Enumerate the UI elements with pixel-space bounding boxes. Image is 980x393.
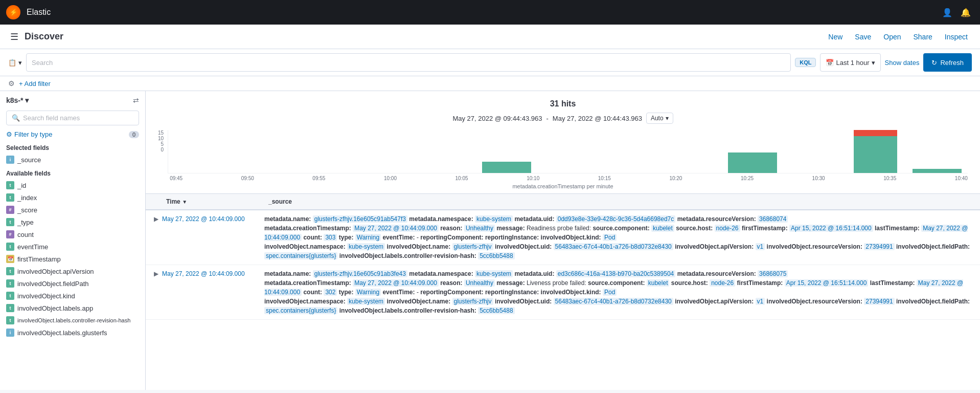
bell-icon[interactable]: 🔔 xyxy=(958,4,974,20)
chevron-down-icon: ▾ xyxy=(872,59,875,67)
hamburger-button[interactable]: ☰ xyxy=(8,29,20,45)
refresh-button[interactable]: ↻ Refresh xyxy=(923,53,972,72)
nav-right-icons: 👤 🔔 xyxy=(939,4,974,20)
chevron-down-icon: ▾ xyxy=(666,115,669,122)
refresh-icon: ↻ xyxy=(931,59,937,67)
time-range-bar: May 27, 2022 @ 09:44:43.963 - May 27, 20… xyxy=(154,113,972,124)
index-label: ▾ xyxy=(18,59,22,67)
show-dates-button[interactable]: Show dates xyxy=(885,59,920,67)
time-picker[interactable]: 📅 Last 1 hour ▾ xyxy=(820,53,880,72)
sort-icon: ▼ xyxy=(182,199,187,205)
result-row-main: ▶ May 27, 2022 @ 10:44:09.000 metadata.n… xyxy=(146,265,980,319)
result-row-main: ▶ May 27, 2022 @ 10:44:09.000 metadata.n… xyxy=(146,210,980,265)
field-type-t-icon: t xyxy=(6,181,14,189)
xlabel-1010: 10:10 xyxy=(527,176,539,181)
filter-icon-button[interactable]: ⚙ xyxy=(8,79,15,88)
chart-main: 09:45 09:50 09:55 10:00 10:05 10:10 10:1… xyxy=(168,130,968,181)
secondary-navbar: ☰ Discover New Save Open Share Inspect xyxy=(0,25,980,49)
auto-select[interactable]: Auto ▾ xyxy=(646,113,673,124)
inspect-button[interactable]: Inspect xyxy=(941,31,972,43)
chart-wrapper: 15 10 5 0 xyxy=(154,130,972,181)
field-item-controller-hash[interactable]: t involvedObject.labels.controller-revis… xyxy=(0,314,145,326)
col-expand-header xyxy=(150,194,162,209)
xlabel-0950: 09:50 xyxy=(241,176,254,181)
result-source: metadata.name: glusterfs-zfhjv.16e605c91… xyxy=(264,267,976,317)
field-item-kind[interactable]: t involvedObject.kind xyxy=(0,290,145,302)
field-type-t-icon: t xyxy=(6,243,14,251)
search-fields-wrap: 🔍 Search field names xyxy=(0,107,145,128)
selected-fields-label: Selected fields xyxy=(0,140,145,154)
time-to: May 27, 2022 @ 10:44:43.963 xyxy=(553,115,642,122)
field-type-t-icon: t xyxy=(6,267,14,275)
chevron-down-icon: ▾ xyxy=(25,96,29,104)
field-item-score[interactable]: # _score xyxy=(0,204,145,216)
field-item-id[interactable]: t _id xyxy=(0,179,145,191)
field-item-glusterfs[interactable]: i involvedObject.labels.glusterfs xyxy=(0,326,145,339)
expand-button[interactable]: ▶ xyxy=(150,267,162,277)
results-table: Time ▼ _source ▶ May 27, 2022 @ 10:44:09… xyxy=(146,194,980,320)
index-pattern-label[interactable]: k8s-* ▾ xyxy=(6,96,29,104)
bar-extra xyxy=(913,169,962,173)
filter-icon: ⚙ xyxy=(8,79,15,88)
bar-1040-stack xyxy=(854,130,897,173)
chart-area: 31 hits May 27, 2022 @ 09:44:43.963 - Ma… xyxy=(146,91,980,194)
field-type-t-icon: t xyxy=(6,316,14,324)
col-time-header[interactable]: Time ▼ xyxy=(162,194,264,209)
result-time[interactable]: May 27, 2022 @ 10:44:09.000 xyxy=(162,212,264,223)
xlabel-1025: 10:25 xyxy=(741,176,754,181)
search-fields-input[interactable]: 🔍 Search field names xyxy=(6,111,139,125)
filter-by-type-button[interactable]: ⚙ Filter by type xyxy=(6,130,52,138)
bar-col-1030 xyxy=(722,152,783,173)
page-title: Discover xyxy=(25,31,63,42)
avatar-icon[interactable]: 👤 xyxy=(939,4,955,20)
search-bar: 📋 ▾ Search KQL 📅 Last 1 hour ▾ Show date… xyxy=(0,49,980,76)
field-item-apiversion[interactable]: t involvedObject.apiVersion xyxy=(0,265,145,277)
sidebar-collapse-button[interactable]: ⇄ xyxy=(133,96,139,104)
save-button[interactable]: Save xyxy=(851,31,875,43)
xlabel-1000: 10:00 xyxy=(384,176,397,181)
new-button[interactable]: New xyxy=(824,31,847,43)
search-fields-placeholder: Search field names xyxy=(23,114,80,122)
add-filter-button[interactable]: + Add filter xyxy=(19,80,51,88)
bar-1040-red xyxy=(854,130,897,136)
chart-footer: metadata.creationTimestamp per minute xyxy=(154,183,972,189)
sidebar: k8s-* ▾ ⇄ 🔍 Search field names ⚙ Filter … xyxy=(0,91,146,390)
filter-count-badge: 0 xyxy=(129,131,139,138)
field-type-t-icon: t xyxy=(6,292,14,300)
bar-col-1040 xyxy=(845,130,906,173)
hits-count: 31 hits xyxy=(154,99,972,108)
index-selector[interactable]: 📋 ▾ xyxy=(8,59,22,67)
expand-button[interactable]: ▶ xyxy=(150,212,162,223)
hamburger-icon: ☰ xyxy=(10,32,18,42)
index-icon: 📋 xyxy=(8,59,16,67)
content-area: 31 hits May 27, 2022 @ 09:44:43.963 - Ma… xyxy=(146,91,980,390)
field-item-count[interactable]: # count xyxy=(0,228,145,241)
chart-bars[interactable] xyxy=(168,130,968,173)
open-button[interactable]: Open xyxy=(879,31,905,43)
logo-icon: ⚡ xyxy=(10,9,17,16)
elastic-label: Elastic xyxy=(27,8,51,17)
results-header: Time ▼ _source xyxy=(146,194,980,210)
kql-badge[interactable]: KQL xyxy=(795,58,816,67)
field-item-firsttimestamp[interactable]: 📅 firstTimestamp xyxy=(0,253,145,265)
source-field-item[interactable]: i _source xyxy=(0,154,145,166)
bar-1030 xyxy=(728,152,777,173)
bar-col-1010 xyxy=(476,162,537,173)
field-item-fieldpath[interactable]: t involvedObject.fieldPath xyxy=(0,277,145,290)
field-item-type[interactable]: t _type xyxy=(0,216,145,228)
col-source-header: _source xyxy=(264,194,976,209)
table-row: ▶ May 27, 2022 @ 10:44:09.000 metadata.n… xyxy=(146,265,980,320)
field-item-labels-app[interactable]: t involvedObject.labels.app xyxy=(0,302,145,314)
bar-1010 xyxy=(482,162,531,173)
xlabel-1040: 10:40 xyxy=(955,176,968,181)
sidebar-header: k8s-* ▾ ⇄ xyxy=(0,91,145,107)
xlabel-0955: 09:55 xyxy=(312,176,325,181)
search-icon: 🔍 xyxy=(12,114,20,122)
search-input-wrap[interactable]: Search xyxy=(26,53,791,72)
field-type-t-icon: t xyxy=(6,279,14,288)
result-time[interactable]: May 27, 2022 @ 10:44:09.000 xyxy=(162,267,264,277)
field-item-index[interactable]: t _index xyxy=(0,191,145,204)
elastic-logo[interactable]: ⚡ xyxy=(6,5,20,19)
share-button[interactable]: Share xyxy=(909,31,937,43)
field-item-eventtime[interactable]: t eventTime xyxy=(0,241,145,253)
